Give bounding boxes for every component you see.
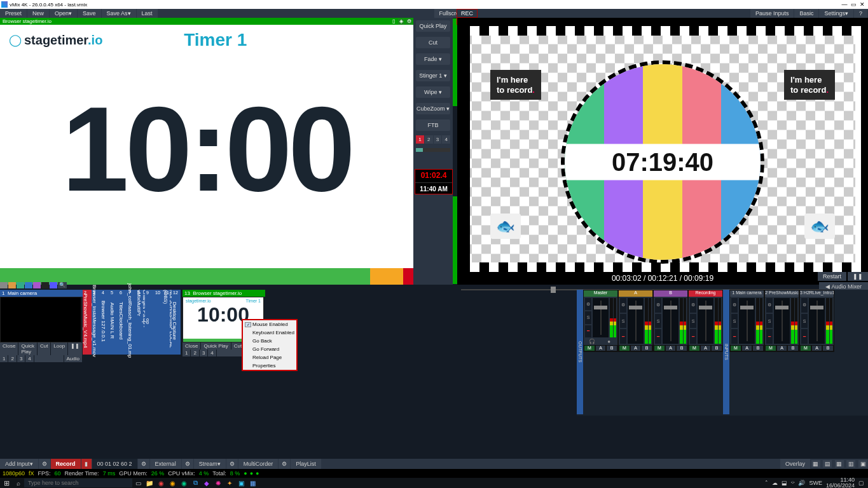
ctx-keyboard-enabled[interactable]: Keyboard Enabled <box>243 329 296 337</box>
settings-btn[interactable]: Settings ▾ <box>819 9 853 18</box>
preview-icon-1[interactable]: ▯ <box>390 18 397 25</box>
playlist-gear-icon[interactable]: ⚙ <box>279 459 290 469</box>
cubezoom-btn[interactable]: CubeZoom ▾ <box>416 103 450 114</box>
app-icon-3[interactable]: ✦ <box>224 478 235 487</box>
overlay-4[interactable]: 4 <box>442 135 450 144</box>
in13-close[interactable]: Close <box>183 342 200 349</box>
explorer-icon[interactable]: 📁 <box>144 478 155 487</box>
app-icon-1[interactable]: ◆ <box>201 478 212 487</box>
view-4-icon[interactable]: ▥ <box>846 460 855 468</box>
in13-qp[interactable]: Quick Play <box>201 342 230 349</box>
cat-blue2[interactable] <box>50 282 57 288</box>
add-input-btn[interactable]: Add Input ▾ <box>0 459 38 469</box>
input-tab-12[interactable]: 12Desktop Capture <box>172 290 181 355</box>
in1-pause-icon[interactable]: ❚❚ <box>68 342 82 355</box>
window-minimize[interactable]: — <box>840 1 849 8</box>
cat-purple[interactable] <box>33 282 41 288</box>
input-tab-4[interactable]: 4Browser 127.0.0.1 <box>100 290 109 355</box>
pause-btn[interactable]: ❚❚ <box>848 272 868 281</box>
edge-icon[interactable]: ◉ <box>178 478 189 487</box>
in1-close[interactable]: Close <box>0 342 18 355</box>
ctx-reload[interactable]: Reload Page <box>243 353 296 362</box>
cat-black[interactable] <box>41 282 49 288</box>
chrome-canary-icon[interactable]: ◉ <box>167 478 178 487</box>
vmix-icon[interactable]: ▦ <box>247 478 258 487</box>
chrome-icon[interactable]: ◉ <box>155 478 167 487</box>
cat-green[interactable] <box>17 282 24 288</box>
overlay-3[interactable]: 3 <box>434 135 442 144</box>
tray-volume-icon[interactable]: 🔊 <box>798 480 805 486</box>
tray-wifi-icon[interactable]: ⌔ <box>791 480 794 486</box>
t-bar[interactable] <box>416 148 450 152</box>
stinger-btn[interactable]: Stinger 1 ▾ <box>416 70 450 81</box>
preview-gear-icon[interactable]: ⚙ <box>406 18 412 25</box>
in1-qp[interactable]: Quick Play <box>18 342 36 355</box>
taskbar-search[interactable] <box>24 478 132 487</box>
preview-icon-2[interactable]: ◈ <box>398 18 404 25</box>
tray-clock[interactable]: 11:4016/06/2024 <box>826 477 855 488</box>
external-gear-icon[interactable]: ⚙ <box>138 459 149 469</box>
vscode-icon[interactable]: ⧉ <box>189 478 201 487</box>
external-btn[interactable]: External <box>150 459 181 469</box>
stream-gear-icon[interactable]: ⚙ <box>182 459 193 469</box>
last-btn[interactable]: Last <box>137 9 158 18</box>
search-icon[interactable]: ⌕ <box>13 478 24 487</box>
help-btn[interactable]: ? <box>854 9 867 18</box>
basic-btn[interactable]: Basic <box>794 9 818 18</box>
ctx-mouse-enabled[interactable]: ✓Mouse Enabled <box>243 320 296 329</box>
overlay-btn[interactable]: Overlay <box>780 459 810 469</box>
view-1-icon[interactable]: ▦ <box>811 460 820 468</box>
open-btn[interactable]: Open ▾ <box>50 9 77 18</box>
cat-search-icon[interactable]: 🔍 <box>58 282 67 288</box>
overlay-2[interactable]: 2 <box>425 135 433 144</box>
inputs-handle[interactable]: INPUTS <box>723 290 729 414</box>
tray-dropbox-icon[interactable]: ⬓ <box>782 480 787 486</box>
stream-btn[interactable]: Stream ▾ <box>194 459 226 469</box>
input-tab-11[interactable]: 11NDI JOHNS-MBP LOCAL (OBS) <box>163 290 172 355</box>
input-tab-6[interactable]: 6TitlesClockboard <box>118 290 127 355</box>
in1-loop[interactable]: Loop <box>51 342 67 355</box>
cat-blue[interactable] <box>25 282 32 288</box>
input-tab-7[interactable]: 7john_colRaasch_listening_01.mp <box>127 290 136 355</box>
ftb-btn[interactable]: FTB <box>416 119 450 131</box>
playlist-btn[interactable]: PlayList <box>291 459 321 469</box>
save-btn[interactable]: Save <box>78 9 101 18</box>
start-button[interactable]: ⊞ <box>0 479 13 487</box>
in1-cut[interactable]: Cut <box>38 342 50 355</box>
view-5-icon[interactable]: ▣ <box>858 460 867 468</box>
wipe-btn[interactable]: Wipe ▾ <box>416 86 450 98</box>
cat-orange[interactable] <box>8 282 16 288</box>
input-tab-5[interactable]: 5Audio MAIN L R <box>109 290 118 355</box>
task-view-icon[interactable]: ▭ <box>132 478 144 487</box>
window-close[interactable]: ✕ <box>858 1 867 8</box>
saveas-btn[interactable]: Save As ▾ <box>102 9 136 18</box>
tray-chevron-icon[interactable]: ˄ <box>765 480 768 486</box>
preset-btn[interactable]: Preset <box>0 9 27 18</box>
record-btn[interactable]: Record <box>51 459 81 469</box>
ctx-go-back[interactable]: Go Back <box>243 337 296 345</box>
fade-btn[interactable]: Fade ▾ <box>416 53 450 65</box>
ctx-properties[interactable]: Properties <box>243 362 296 370</box>
view-2-icon[interactable]: ▤ <box>823 460 832 468</box>
tray-cloud-icon[interactable]: ☁ <box>772 480 778 486</box>
pause-inputs-btn[interactable]: Pause Inputs <box>750 9 794 18</box>
input-1[interactable]: 1 Main camera Close Quick Play Cut Loop … <box>0 290 83 362</box>
app-icon-4[interactable]: ▣ <box>235 478 247 487</box>
outputs-handle[interactable]: OUTPUTS <box>577 290 583 414</box>
restart-btn[interactable]: Restart <box>818 272 846 281</box>
tray-notifications-icon[interactable]: ▢ <box>858 480 864 486</box>
input-tab-8[interactable]: 8Charges PS.dp - vMixMultiPr <box>136 290 145 355</box>
multicorder-gear-icon[interactable]: ⚙ <box>226 459 238 469</box>
input-tab-9[interactable]: 9op <box>145 290 154 355</box>
new-btn[interactable]: New <box>27 9 49 18</box>
multicorder-btn[interactable]: MultiCorder <box>238 459 279 469</box>
ctx-go-forward[interactable]: Go Forward <box>243 345 296 353</box>
app-icon-2[interactable]: ✺ <box>212 478 224 487</box>
tray-lang[interactable]: SWE <box>809 480 822 486</box>
overlay-1[interactable]: 1 <box>416 135 424 144</box>
input-tab-10[interactable]: 10 <box>154 290 163 355</box>
input-tab-3[interactable]: 3Browser_InstaMessage_v1.mov <box>92 290 100 355</box>
quickplay-btn[interactable]: Quick Play <box>416 20 450 32</box>
record-extra[interactable]: ▮ <box>81 459 92 469</box>
cut-btn[interactable]: Cut <box>416 37 450 48</box>
